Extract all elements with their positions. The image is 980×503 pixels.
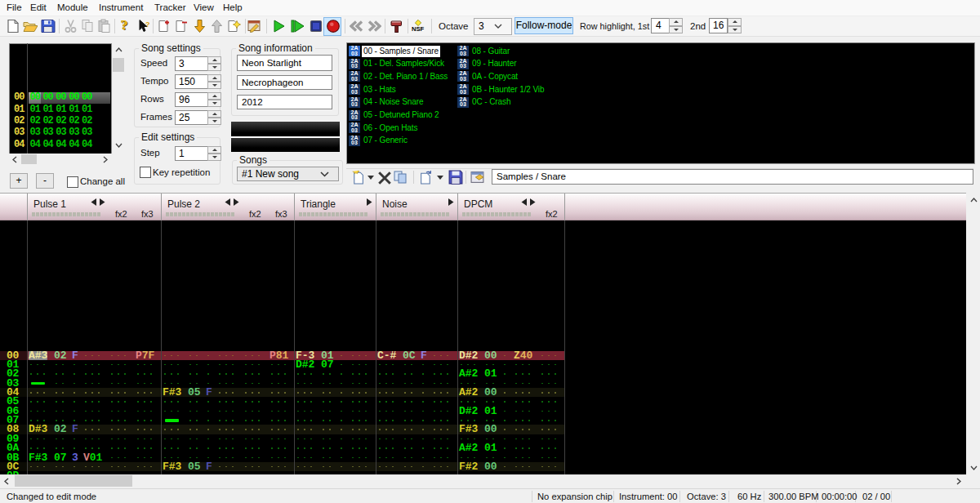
svg-text:?: ? (145, 20, 150, 29)
svg-text:NSF: NSF (412, 25, 425, 33)
